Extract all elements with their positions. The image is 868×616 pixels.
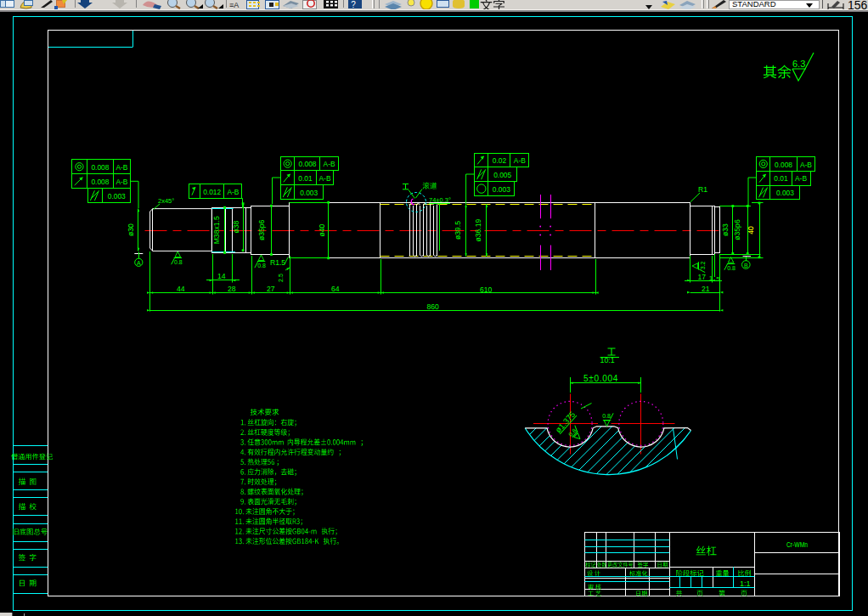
- svg-text:A-B: A-B: [116, 178, 127, 186]
- svg-text:0.003: 0.003: [776, 189, 794, 197]
- svg-text:0.01: 0.01: [298, 174, 313, 183]
- svg-text:6.3: 6.3: [792, 59, 805, 69]
- svg-text:0.012: 0.012: [203, 188, 221, 196]
- svg-text:10:1: 10:1: [600, 356, 615, 365]
- svg-text:27: 27: [267, 285, 275, 293]
- svg-text:A-B: A-B: [319, 174, 331, 183]
- svg-text:0.8: 0.8: [602, 413, 611, 419]
- svg-text:44: 44: [177, 285, 185, 293]
- svg-text:610: 610: [480, 285, 493, 294]
- svg-text:STANDARD: STANDARD: [732, 0, 776, 8]
- svg-text:3.2: 3.2: [700, 261, 706, 269]
- svg-text:0.003: 0.003: [493, 185, 510, 194]
- svg-text:A: A: [137, 260, 141, 266]
- svg-text:14: 14: [217, 272, 226, 280]
- svg-text:74±0.3°: 74±0.3°: [429, 196, 451, 204]
- svg-text:0.008: 0.008: [299, 160, 317, 168]
- svg-text:ø35p6: ø35p6: [258, 219, 267, 240]
- svg-text:2.5: 2.5: [278, 274, 284, 282]
- svg-text:ø36.19: ø36.19: [474, 218, 482, 241]
- svg-text:1:1: 1:1: [740, 579, 751, 588]
- svg-text:40: 40: [747, 226, 755, 235]
- svg-text:A-B: A-B: [324, 160, 335, 168]
- svg-text:ø35p6: ø35p6: [733, 219, 741, 240]
- svg-text:ø33: ø33: [721, 223, 730, 236]
- svg-text:ø40: ø40: [318, 223, 326, 236]
- svg-text:1: 1: [709, 274, 713, 282]
- svg-text:0.01: 0.01: [774, 174, 788, 183]
- svg-text:2x45°: 2x45°: [158, 197, 174, 205]
- svg-text:A-B: A-B: [800, 161, 812, 169]
- svg-text:64: 64: [331, 285, 340, 293]
- svg-text:0.8: 0.8: [174, 259, 183, 265]
- svg-text:Cr-WMn: Cr-WMn: [786, 540, 808, 549]
- svg-text:0.008: 0.008: [91, 163, 109, 172]
- svg-text:M38x1.5: M38x1.5: [212, 216, 221, 244]
- svg-text:21: 21: [702, 285, 710, 293]
- svg-text:28: 28: [228, 285, 236, 293]
- svg-text:ø38: ø38: [233, 221, 241, 234]
- svg-text:0.005: 0.005: [493, 171, 511, 179]
- svg-text:0.003: 0.003: [108, 192, 126, 201]
- svg-text:?: ?: [351, 0, 356, 9]
- svg-text:5±0.004: 5±0.004: [583, 374, 618, 383]
- svg-text:≡A: ≡A: [229, 1, 239, 9]
- svg-text:0.008: 0.008: [775, 161, 792, 169]
- svg-text:ø39.5: ø39.5: [454, 221, 462, 240]
- svg-text:ø30: ø30: [127, 223, 135, 236]
- svg-text:A-B: A-B: [514, 156, 526, 165]
- svg-text:17: 17: [698, 273, 707, 281]
- svg-text:0.8: 0.8: [727, 265, 736, 271]
- svg-text:0.02: 0.02: [493, 156, 507, 165]
- svg-text:A-B: A-B: [795, 174, 807, 183]
- svg-text:0.8: 0.8: [257, 263, 266, 268]
- svg-text:A-B: A-B: [227, 188, 239, 196]
- svg-text:0.008: 0.008: [91, 178, 109, 186]
- svg-text:860: 860: [427, 302, 440, 311]
- svg-text:R1.5: R1.5: [270, 258, 285, 267]
- svg-text:R1: R1: [698, 185, 707, 194]
- svg-text:A-B: A-B: [116, 163, 127, 172]
- svg-text:0.003: 0.003: [300, 189, 318, 197]
- svg-text:B: B: [744, 263, 748, 268]
